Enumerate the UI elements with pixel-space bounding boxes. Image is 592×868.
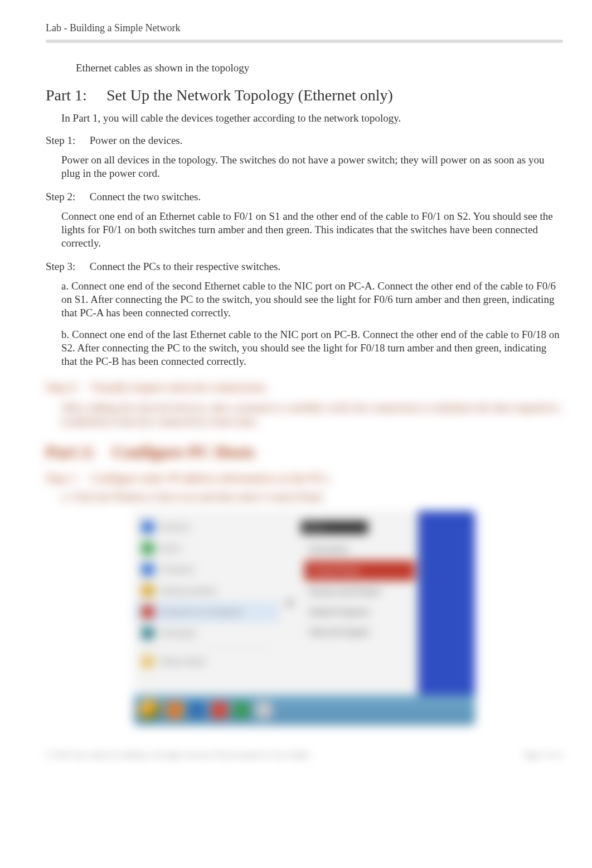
menu-item: Pictures xyxy=(159,522,190,532)
part-1-intro: In Part 1, you will cable the devices to… xyxy=(61,112,563,124)
menu-item: Sticky Notes xyxy=(159,657,206,666)
header-divider xyxy=(46,40,563,43)
start-orb-icon xyxy=(138,699,161,721)
step-title-text: Visually inspect network connections. xyxy=(90,380,269,394)
step-1-heading: Step 1: Power on the devices. xyxy=(46,134,563,147)
taskbar-icon xyxy=(166,702,183,718)
part-title-text: Set Up the Network Topology (Ethernet on… xyxy=(106,86,393,104)
folder-icon xyxy=(142,655,154,668)
bullet-item: Ethernet cables as shown in the topology xyxy=(61,62,563,74)
menu-item: Calculator xyxy=(159,628,197,638)
menu-item: Connect to a Projector xyxy=(159,607,242,616)
footer-copyright: © 2016 Cisco and/or its affiliates. All … xyxy=(46,751,312,760)
taskbar xyxy=(134,695,475,725)
submenu-item-highlight: Control Panel xyxy=(304,561,415,581)
step-4-body: After cabling the network devices, take … xyxy=(61,401,563,428)
step-4-heading: Step 4: Visually inspect network connect… xyxy=(46,380,563,394)
step-label: Step 1: xyxy=(46,471,79,485)
page-footer: © 2016 Cisco and/or its affiliates. All … xyxy=(46,751,563,760)
part-label: Part 1: xyxy=(46,86,103,104)
taskbar-icon xyxy=(188,702,205,718)
paragraph: a. Connect one end of the second Etherne… xyxy=(61,279,563,320)
part-title-text: Configure PC Hosts xyxy=(112,442,255,461)
submenu-item: Documents xyxy=(301,539,418,560)
step-title-text: Connect the two switches. xyxy=(90,191,201,202)
app-icon xyxy=(142,627,154,639)
start-menu-left: Pictures Music CCleaner Getting Started … xyxy=(134,511,280,695)
taskbar-icon xyxy=(233,702,250,718)
blurred-content: Step 4: Visually inspect network connect… xyxy=(46,380,563,725)
step-label: Step 4: xyxy=(46,380,79,394)
step-1-body: Power on all devices in the topology. Th… xyxy=(61,153,563,181)
app-icon xyxy=(142,563,154,576)
paragraph: b. Connect one end of the last Ethernet … xyxy=(61,328,563,369)
app-icon xyxy=(142,585,154,597)
step-3-body: a. Connect one end of the second Etherne… xyxy=(61,279,563,369)
step-title-text: Connect the PCs to their respective swit… xyxy=(90,261,280,272)
menu-item: Music xyxy=(159,543,181,553)
paragraph: Connect one end of an Ethernet cable to … xyxy=(61,210,563,250)
app-icon xyxy=(142,521,154,533)
part2-step1-item-a: a. Click the Windows Start icon and then… xyxy=(61,491,563,503)
part-1-heading: Part 1: Set Up the Network Topology (Eth… xyxy=(46,86,563,104)
taskbar-icon xyxy=(211,702,227,718)
part-label: Part 2: xyxy=(46,442,95,461)
part2-step-1-heading: Step 1: Configure static IP address info… xyxy=(46,471,563,485)
submenu-arrow xyxy=(280,511,301,695)
submenu-item: Default Programs xyxy=(301,602,418,622)
desktop-right-panel xyxy=(418,511,475,695)
taskbar-icon xyxy=(255,702,272,718)
app-icon xyxy=(142,542,154,554)
step-2-heading: Step 2: Connect the two switches. xyxy=(46,191,563,203)
menu-item: CCleaner xyxy=(159,565,195,574)
step-label: Step 2: xyxy=(46,191,87,203)
page-header: Lab - Building a Simple Network xyxy=(46,22,563,34)
step-3-heading: Step 3: Connect the PCs to their respect… xyxy=(46,261,563,273)
app-icon xyxy=(142,606,154,618)
submenu-item: Help and Support xyxy=(301,622,418,642)
menu-item: Getting Started xyxy=(159,586,216,595)
step-2-body: Connect one end of an Ethernet cable to … xyxy=(61,210,563,250)
chevron-right-icon xyxy=(288,599,293,607)
paragraph: Power on all devices in the topology. Th… xyxy=(61,153,563,181)
start-menu-right: PC-A Documents Control Panel Devices and… xyxy=(301,511,418,695)
step-label: Step 3: xyxy=(46,261,87,273)
step-label: Step 1: xyxy=(46,134,87,147)
part-2-heading: Part 2: Configure PC Hosts xyxy=(46,442,563,461)
step-title-text: Power on the devices. xyxy=(90,134,183,146)
start-menu-screenshot: Pictures Music CCleaner Getting Started … xyxy=(134,511,475,725)
user-badge: PC-A xyxy=(301,521,368,534)
footer-page-number: Page 2 of 12 xyxy=(524,751,563,760)
submenu-item: Devices and Printers xyxy=(301,582,418,602)
bullet-text: Ethernet cables as shown in the topology xyxy=(76,62,249,74)
step-title-text: Configure static IP address information … xyxy=(90,471,331,485)
